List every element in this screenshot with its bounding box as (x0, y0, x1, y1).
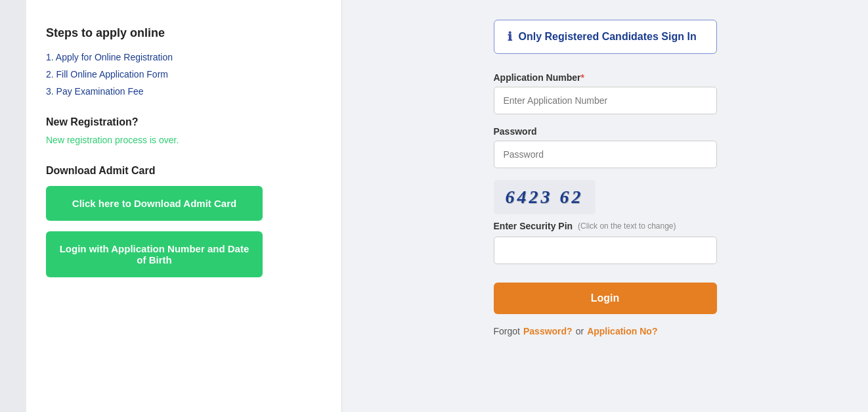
forgot-text: Forgot (494, 326, 520, 336)
download-admit-card-button[interactable]: Click here to Download Admit Card (46, 186, 263, 221)
forgot-password-link[interactable]: Password? (523, 326, 573, 336)
step-3[interactable]: 3. Pay Examination Fee (46, 86, 322, 97)
password-input[interactable] (494, 141, 717, 168)
captcha-change-hint: (Click on the text to change) (578, 221, 676, 231)
captcha-text: 6423 62 (506, 187, 584, 207)
login-dob-button[interactable]: Login with Application Number and Date o… (46, 231, 263, 277)
left-sidebar (0, 0, 26, 412)
notice-box: ℹ Only Registered Candidates Sign In (494, 20, 717, 54)
main-container: Steps to apply online 1. Apply for Onlin… (26, 0, 868, 412)
step-2[interactable]: 2. Fill Online Application Form (46, 69, 322, 80)
info-icon: ℹ (508, 30, 512, 44)
new-registration-title: New Registration? (46, 116, 322, 128)
login-form: Application Number* Password 6423 62 Ent… (494, 72, 717, 336)
forgot-or: or (576, 326, 584, 336)
security-pin-label-row: Enter Security Pin (Click on the text to… (494, 221, 717, 231)
step-1[interactable]: 1. Apply for Online Registration (46, 52, 322, 62)
application-number-input[interactable] (494, 87, 717, 114)
left-panel: Steps to apply online 1. Apply for Onlin… (26, 0, 341, 412)
forgot-row: Forgot Password? or Application No? (494, 326, 717, 336)
application-number-label: Application Number* (494, 72, 717, 83)
security-pin-label: Enter Security Pin (494, 221, 573, 231)
required-star: * (581, 72, 584, 83)
steps-list: 1. Apply for Online Registration 2. Fill… (46, 52, 322, 97)
forgot-appno-link[interactable]: Application No? (587, 326, 657, 336)
security-pin-input[interactable] (494, 237, 717, 264)
download-admit-card-title: Download Admit Card (46, 165, 322, 177)
new-registration-text: New registration process is over. (46, 135, 322, 145)
notice-text: Only Registered Candidates Sign In (519, 31, 697, 43)
steps-title: Steps to apply online (46, 26, 322, 40)
right-panel: ℹ Only Registered Candidates Sign In App… (342, 0, 868, 412)
login-button[interactable]: Login (494, 283, 717, 314)
captcha-image[interactable]: 6423 62 (494, 180, 596, 214)
password-label: Password (494, 126, 717, 137)
